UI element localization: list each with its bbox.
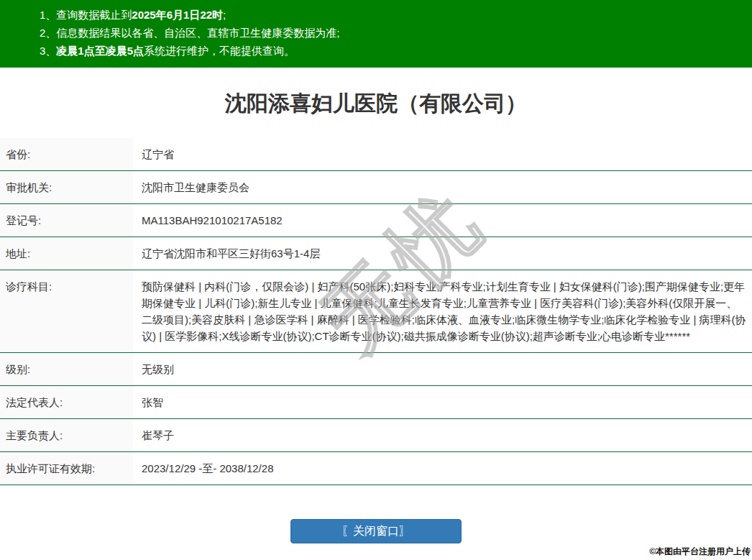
notice-num: 3、 xyxy=(40,45,56,57)
row-value: 张智 xyxy=(133,386,752,419)
row-value: 辽宁省 xyxy=(133,138,752,171)
row-value: 沈阳市卫生健康委员会 xyxy=(133,171,752,204)
notice-bar: 1、查询数据截止到2025年6月1日22时; 2、信息数据结果以各省、自治区、直… xyxy=(0,0,752,68)
row-label: 法定代表人: xyxy=(0,386,133,419)
row-label: 主要负责人: xyxy=(0,419,133,452)
notice-num: 1、 xyxy=(40,9,56,21)
notice-text: 查询数据截止到 xyxy=(56,9,132,21)
table-row: 审批机关: 沈阳市卫生健康委员会 xyxy=(0,171,752,204)
table-row: 诊疗科目: 预防保健科 | 内科(门诊，仅限会诊) | 妇产科(50张床);妇科… xyxy=(0,270,752,353)
info-table: 省份: 辽宁省 审批机关: 沈阳市卫生健康委员会 登记号: MA113BAH92… xyxy=(0,138,752,485)
notice-line-1: 1、查询数据截止到2025年6月1日22时; xyxy=(40,6,745,24)
notice-bold-text: 2025年6月1日22时 xyxy=(132,9,223,21)
row-value: MA113BAH921010217A5182 xyxy=(133,204,752,237)
notice-bold-text: 凌晨1点至凌晨5点 xyxy=(56,45,144,57)
row-label: 地址: xyxy=(0,237,133,270)
row-value: 无级别 xyxy=(133,353,752,386)
notice-num: 2、 xyxy=(40,27,56,39)
row-label: 诊疗科目: xyxy=(0,270,133,353)
info-table-body: 省份: 辽宁省 审批机关: 沈阳市卫生健康委员会 登记号: MA113BAH92… xyxy=(0,138,752,485)
table-row: 主要负责人: 崔琴子 xyxy=(0,419,752,452)
row-label: 执业许可证有效期: xyxy=(0,452,133,485)
page-title: 沈阳添喜妇儿医院（有限公司） xyxy=(0,89,752,119)
notice-line-2: 2、信息数据结果以各省、自治区、直辖市卫生健康委数据为准; xyxy=(40,24,745,42)
table-row: 法定代表人: 张智 xyxy=(0,386,752,419)
image-credit: ©本图由平台注册用户上传 xyxy=(649,546,751,558)
row-value: 2023/12/29 -至- 2038/12/28 xyxy=(133,452,752,485)
table-row: 省份: 辽宁省 xyxy=(0,138,752,171)
notice-text: 信息数据结果以各省、自治区、直辖市卫生健康委数据为准; xyxy=(56,27,339,39)
notice-line-3: 3、凌晨1点至凌晨5点系统进行维护，不能提供查询。 xyxy=(40,42,745,60)
table-row: 登记号: MA113BAH921010217A5182 xyxy=(0,204,752,237)
table-row: 级别: 无级别 xyxy=(0,353,752,386)
notice-text: 系统进行维护，不能提供查询。 xyxy=(144,45,295,57)
close-window-button[interactable]: 〖关闭窗口〗 xyxy=(290,519,462,543)
table-row: 地址: 辽宁省沈阳市和平区三好街63号1-4层 xyxy=(0,237,752,270)
button-row: 〖关闭窗口〗 xyxy=(0,519,752,543)
row-label: 级别: xyxy=(0,353,133,386)
row-label: 审批机关: xyxy=(0,171,133,204)
row-value: 辽宁省沈阳市和平区三好街63号1-4层 xyxy=(133,237,752,270)
row-label: 省份: xyxy=(0,138,133,171)
row-value: 预防保健科 | 内科(门诊，仅限会诊) | 妇产科(50张床);妇科专业;产科专… xyxy=(133,270,752,353)
row-value: 崔琴子 xyxy=(133,419,752,452)
table-row: 执业许可证有效期: 2023/12/29 -至- 2038/12/28 xyxy=(0,452,752,485)
row-label: 登记号: xyxy=(0,204,133,237)
notice-text: ; xyxy=(223,9,226,21)
